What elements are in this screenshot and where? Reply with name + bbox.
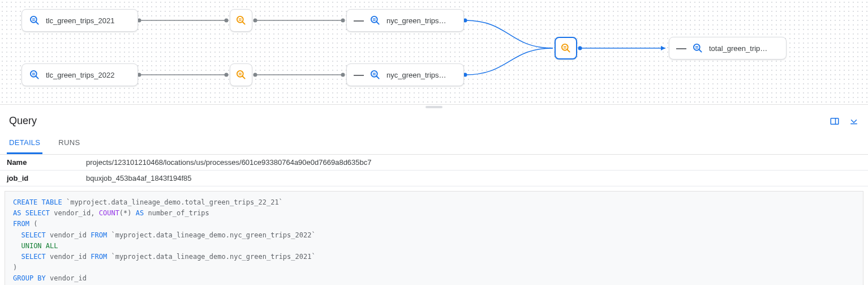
svg-point-11 xyxy=(341,73,345,77)
collapse-icon[interactable] xyxy=(849,116,859,126)
svg-rect-24 xyxy=(239,20,242,20)
svg-rect-23 xyxy=(239,19,242,19)
process-icon xyxy=(235,15,247,26)
label-jobid: job_id xyxy=(0,171,79,186)
node-label: tlc_green_trips_2021 xyxy=(46,16,114,25)
minus-icon: — xyxy=(354,15,364,25)
node-process-selected[interactable] xyxy=(555,37,577,59)
svg-point-3 xyxy=(253,19,257,23)
table-icon xyxy=(29,69,40,80)
node-table-src1[interactable]: tlc_green_trips_2021 xyxy=(22,9,138,32)
table-icon xyxy=(29,15,40,26)
svg-point-5 xyxy=(341,19,345,23)
svg-rect-40 xyxy=(373,74,376,75)
svg-line-30 xyxy=(36,76,38,79)
svg-line-22 xyxy=(243,22,245,24)
svg-rect-28 xyxy=(373,20,376,20)
node-process-2[interactable] xyxy=(230,63,252,86)
svg-line-42 xyxy=(568,50,570,52)
value-name: projects/123101210468/locations/us/proce… xyxy=(79,155,868,171)
table-icon xyxy=(692,42,703,54)
svg-rect-32 xyxy=(32,74,35,75)
tabs: DETAILS RUNS xyxy=(0,133,868,155)
panel-header: Query xyxy=(0,109,868,133)
row-name: Name projects/123101210468/locations/us/… xyxy=(0,155,868,171)
svg-rect-48 xyxy=(695,48,698,48)
node-process-1[interactable] xyxy=(230,9,252,32)
sql-block: CREATE TABLE `myproject.data_lineage_dem… xyxy=(5,191,863,285)
svg-rect-27 xyxy=(373,19,376,19)
node-label: nyc_green_trips… xyxy=(386,71,446,79)
row-jobid: job_id bquxjob_453ba4af_1843f194f85 xyxy=(0,171,868,186)
resize-handle[interactable] xyxy=(426,106,442,108)
node-label: tlc_green_trips_2022 xyxy=(46,71,114,79)
table-icon xyxy=(369,69,381,80)
node-table-mid1[interactable]: — nyc_green_trips… xyxy=(346,9,464,32)
svg-marker-16 xyxy=(661,46,665,50)
svg-line-34 xyxy=(243,76,245,79)
svg-line-46 xyxy=(699,50,702,52)
svg-rect-36 xyxy=(239,74,242,75)
svg-line-38 xyxy=(377,76,379,79)
minus-icon: — xyxy=(354,70,364,80)
value-jobid: bquxjob_453ba4af_1843f194f85 xyxy=(79,171,868,186)
svg-line-26 xyxy=(377,22,379,24)
panel-title: Query xyxy=(9,115,37,127)
node-table-src2[interactable]: tlc_green_trips_2022 xyxy=(22,63,138,86)
svg-point-8 xyxy=(225,73,229,77)
table-icon xyxy=(369,15,381,26)
panel-layout-icon[interactable] xyxy=(830,116,840,126)
lineage-canvas[interactable]: tlc_green_trips_2021 — nyc_green_trips… … xyxy=(0,0,868,105)
svg-rect-31 xyxy=(32,73,35,74)
process-icon xyxy=(235,69,247,80)
tab-runs[interactable]: RUNS xyxy=(56,133,82,154)
svg-point-2 xyxy=(225,19,229,23)
details-table: Name projects/123101210468/locations/us/… xyxy=(0,155,868,186)
process-icon xyxy=(560,42,571,54)
tab-details[interactable]: DETAILS xyxy=(7,133,42,154)
svg-point-9 xyxy=(253,73,257,77)
minus-icon: — xyxy=(676,43,686,53)
svg-line-18 xyxy=(36,22,38,24)
node-table-out[interactable]: — total_green_trip… xyxy=(669,37,787,59)
svg-rect-19 xyxy=(32,19,35,19)
svg-rect-49 xyxy=(831,118,839,124)
node-table-mid2[interactable]: — nyc_green_trips… xyxy=(346,63,464,86)
svg-rect-44 xyxy=(564,48,566,48)
svg-rect-20 xyxy=(32,20,35,20)
svg-point-14 xyxy=(578,46,582,50)
node-label: nyc_green_trips… xyxy=(386,16,446,25)
node-label: total_green_trip… xyxy=(709,44,767,53)
svg-rect-39 xyxy=(373,73,376,74)
label-name: Name xyxy=(0,155,79,171)
svg-rect-35 xyxy=(239,73,242,74)
svg-rect-47 xyxy=(695,46,698,47)
svg-rect-43 xyxy=(564,46,566,47)
